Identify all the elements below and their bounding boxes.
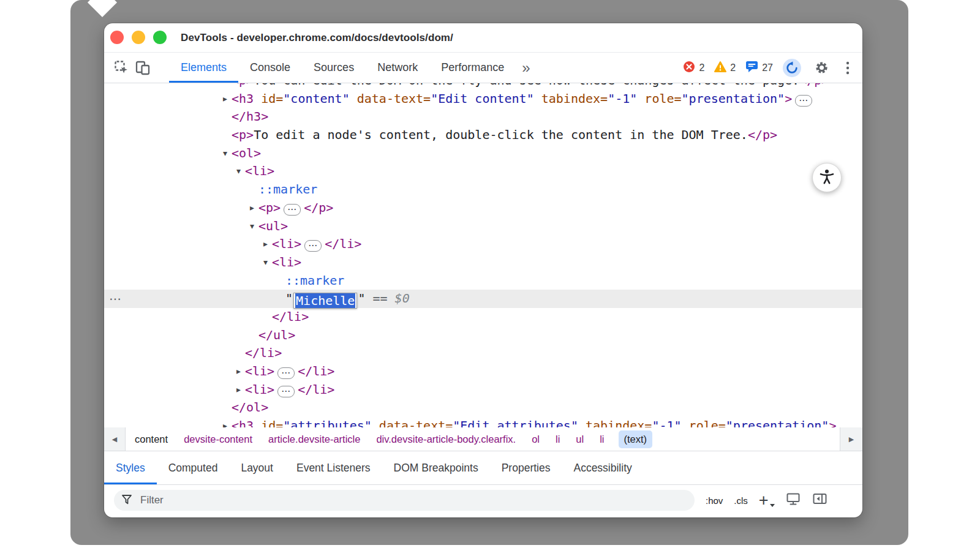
- expand-arrow-icon[interactable]: ▸: [233, 363, 244, 381]
- tag-token: <li>: [272, 236, 301, 251]
- tag-token: <li>: [272, 255, 301, 269]
- breadcrumb-item-selected[interactable]: (text): [619, 430, 653, 448]
- value-token: "Edit attributes": [453, 418, 578, 427]
- breadcrumb-scroll-left-button[interactable]: ◀: [104, 427, 126, 451]
- dom-tree-row[interactable]: <p>You can edit the DOM on the fly and s…: [104, 83, 862, 90]
- tab-styles[interactable]: Styles: [104, 451, 157, 484]
- expand-arrow-icon[interactable]: ▸: [220, 417, 230, 427]
- collapse-arrow-icon[interactable]: ▾: [260, 254, 271, 272]
- dom-tree-row[interactable]: </ol>: [104, 399, 862, 417]
- expand-arrow-icon[interactable]: ▸: [233, 381, 244, 399]
- tab-event-listeners[interactable]: Event Listeners: [285, 451, 382, 484]
- inline-expand-button[interactable]: …: [277, 367, 295, 379]
- inline-expand-button[interactable]: …: [304, 240, 322, 252]
- accessibility-overlay-button[interactable]: [812, 163, 842, 192]
- warning-count: 2: [730, 62, 736, 73]
- dom-tree-row[interactable]: ▾<ul>: [104, 217, 862, 236]
- close-button[interactable]: [110, 31, 124, 44]
- dom-tree-scroll: <p>You can edit the DOM on the fly and s…: [104, 83, 862, 427]
- inspect-element-icon[interactable]: [111, 58, 132, 78]
- device-toolbar-icon[interactable]: [132, 58, 153, 78]
- inline-expand-button[interactable]: …: [795, 95, 812, 107]
- expand-arrow-icon[interactable]: ▸: [260, 235, 271, 254]
- tab-properties[interactable]: Properties: [490, 451, 562, 484]
- styles-filter-bar: :hov .cls +: [104, 485, 862, 516]
- breadcrumb-item[interactable]: devsite-content: [184, 434, 252, 445]
- filter-input[interactable]: [139, 494, 687, 507]
- warning-badge[interactable]: 2: [714, 61, 736, 75]
- tab-performance[interactable]: Performance: [429, 53, 516, 83]
- tab-elements[interactable]: Elements: [169, 53, 238, 83]
- dom-tree-row[interactable]: ▸<h3 id="attributes" data-text="Edit att…: [104, 417, 862, 427]
- breadcrumb-item[interactable]: ul: [576, 434, 584, 445]
- dom-tree-row[interactable]: <p>To edit a node's content, double-clic…: [104, 126, 862, 145]
- rendering-emulations-icon[interactable]: [786, 492, 801, 509]
- dom-tree-row[interactable]: ::marker: [104, 181, 862, 199]
- minimize-button[interactable]: [132, 31, 145, 44]
- new-style-rule-button[interactable]: +: [759, 494, 775, 507]
- expand-arrow-icon[interactable]: ▸: [220, 90, 230, 108]
- dom-tree-row[interactable]: </li>: [104, 344, 862, 363]
- left-arrow-icon: ◀: [112, 435, 117, 443]
- tab-accessibility[interactable]: Accessibility: [562, 451, 643, 484]
- dom-tree-row[interactable]: ▾<li>: [104, 162, 862, 181]
- dom-tree-row[interactable]: ▸<li>…</li>: [104, 363, 862, 381]
- tab-dom-breakpoints[interactable]: DOM Breakpoints: [382, 451, 490, 484]
- expand-arrow-icon[interactable]: ▸: [247, 199, 257, 217]
- breadcrumb-scroll-right-button[interactable]: ▶: [840, 427, 862, 451]
- breadcrumb-item[interactable]: ol: [532, 434, 540, 445]
- dom-tree-row[interactable]: </li>: [104, 308, 862, 326]
- refresh-circle-icon[interactable]: [783, 59, 801, 77]
- settings-gear-icon[interactable]: [811, 58, 832, 78]
- breadcrumb-item[interactable]: content: [135, 434, 168, 445]
- tag-token: <p>: [258, 200, 281, 215]
- tag-token: </p>: [799, 83, 829, 88]
- inline-expand-button[interactable]: …: [277, 386, 295, 397]
- toolbar-right-cluster: 2 2 27: [683, 58, 862, 78]
- tag-token: </h3>: [232, 109, 268, 124]
- tab-network[interactable]: Network: [366, 53, 429, 83]
- row-more-actions-icon[interactable]: …: [109, 287, 122, 306]
- breadcrumb-item[interactable]: li: [556, 434, 560, 445]
- messages-badge[interactable]: 27: [745, 60, 773, 75]
- dom-tree-row[interactable]: ▸<li>…</li>: [104, 381, 862, 399]
- tab-computed[interactable]: Computed: [157, 451, 230, 484]
- error-count: 2: [699, 62, 704, 73]
- breadcrumb-item[interactable]: li: [600, 434, 604, 445]
- collapse-arrow-icon[interactable]: ▾: [220, 145, 230, 163]
- dom-tree-row-selected[interactable]: …"Michelle" == $0: [104, 290, 862, 308]
- breadcrumb-item[interactable]: div.devsite-article-body.clearfix.: [376, 434, 516, 445]
- tab-layout[interactable]: Layout: [229, 451, 285, 484]
- toggle-sidebar-icon[interactable]: [812, 492, 827, 509]
- dom-tree-row[interactable]: ▾<ol>: [104, 145, 862, 163]
- attr-token: id=: [254, 91, 283, 106]
- message-count: 27: [762, 62, 773, 73]
- breadcrumb-item[interactable]: article.devsite-article: [268, 434, 360, 445]
- dom-tree-row[interactable]: ▾<li>: [104, 254, 862, 272]
- more-menu-kebab-icon[interactable]: [842, 58, 854, 78]
- right-arrow-icon: ▶: [849, 435, 854, 443]
- toggle-element-state-button[interactable]: :hov: [706, 495, 723, 506]
- dom-tree-row[interactable]: ▸<h3 id="content" data-text="Edit conten…: [104, 90, 862, 108]
- dom-tree-row[interactable]: ▸<li>…</li>: [104, 235, 862, 254]
- tab-console[interactable]: Console: [238, 53, 302, 83]
- dom-tree-row[interactable]: </ul>: [104, 326, 862, 345]
- tab-sources[interactable]: Sources: [302, 53, 366, 83]
- collapse-arrow-icon[interactable]: ▾: [233, 162, 244, 181]
- tag-token: </p>: [304, 200, 333, 215]
- breadcrumb-bar: ◀ content devsite-content article.devsit…: [104, 427, 862, 451]
- dom-tree-row[interactable]: ▸<p>…</p>: [104, 199, 862, 217]
- tag-token: <li>: [245, 364, 274, 378]
- inline-text-edit-box[interactable]: Michelle: [293, 293, 357, 309]
- tag-token: </ol>: [232, 400, 268, 415]
- element-classes-button[interactable]: .cls: [734, 495, 748, 506]
- dom-tree-row[interactable]: </h3>: [104, 108, 862, 126]
- error-badge[interactable]: 2: [683, 61, 704, 75]
- maximize-button[interactable]: [153, 31, 167, 44]
- collapse-arrow-icon[interactable]: ▾: [247, 217, 257, 236]
- tag-token: </li>: [325, 236, 361, 251]
- panel-tabs: Elements Console Sources Network Perform…: [169, 53, 537, 83]
- more-tabs-chevron-icon[interactable]: »: [516, 53, 536, 83]
- inline-expand-button[interactable]: …: [284, 204, 301, 216]
- dom-tree-row[interactable]: ::marker: [104, 272, 862, 290]
